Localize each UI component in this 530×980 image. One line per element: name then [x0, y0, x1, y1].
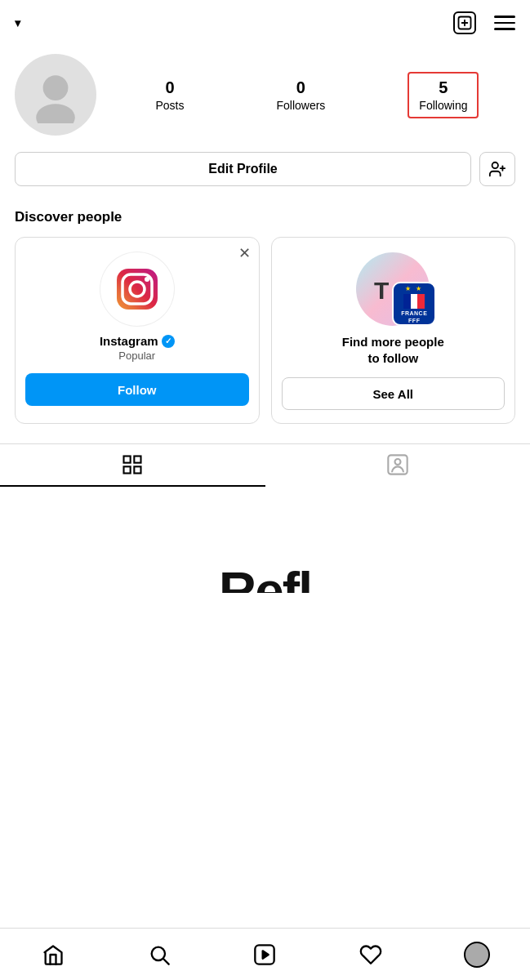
svg-point-11	[145, 277, 149, 282]
nav-search[interactable]	[139, 937, 180, 973]
svg-marker-25	[263, 951, 269, 958]
nav-profile[interactable]	[457, 937, 497, 973]
partial-reels-text: Refl	[219, 565, 311, 617]
avatar[interactable]	[15, 54, 96, 136]
verified-badge: ✓	[162, 335, 175, 348]
menu-button[interactable]	[494, 16, 515, 30]
france-badge-label: FRANCE	[401, 310, 427, 316]
add-person-button[interactable]	[479, 152, 515, 186]
svg-rect-16	[124, 457, 131, 463]
nav-avatar	[464, 942, 490, 968]
france-stars: ★ ★	[405, 285, 423, 292]
person-tag-icon	[386, 453, 409, 476]
search-icon	[148, 943, 171, 966]
svg-rect-17	[135, 457, 141, 463]
hamburger-line	[494, 16, 515, 18]
france-badge: ★ ★ FRANCE FFF	[392, 282, 436, 326]
svg-line-23	[163, 959, 168, 964]
top-bar: ▾	[0, 0, 530, 46]
stats-container: 0 Posts 0 Followers 5 Following	[109, 72, 515, 118]
stat-following[interactable]: 5 Following	[408, 72, 479, 118]
hamburger-line	[494, 22, 515, 24]
card-instagram-subtitle: Popular	[118, 350, 155, 362]
nav-home[interactable]	[33, 937, 73, 973]
svg-rect-14	[411, 294, 417, 309]
grid-icon	[121, 453, 144, 476]
svg-point-21	[394, 459, 400, 465]
content-area: Refl	[0, 487, 530, 617]
svg-rect-19	[135, 466, 141, 473]
tab-grid[interactable]	[0, 444, 265, 487]
find-more-text: Find more people to follow	[342, 334, 444, 366]
hamburger-line	[494, 28, 515, 30]
chevron-down-icon: ▾	[15, 16, 20, 29]
svg-text:T: T	[374, 277, 389, 304]
svg-point-5	[492, 163, 498, 168]
edit-profile-section: Edit Profile	[0, 152, 530, 201]
discover-cards: ✕	[15, 237, 515, 424]
profile-section: 0 Posts 0 Followers 5 Following	[0, 46, 530, 152]
instagram-logo	[100, 252, 174, 326]
see-all-button[interactable]: See All	[282, 377, 506, 410]
discover-section: Discover people ✕	[0, 201, 530, 435]
discover-card-instagram: ✕	[15, 237, 260, 424]
nav-heart[interactable]	[350, 937, 391, 973]
stat-posts[interactable]: 0 Posts	[145, 74, 194, 117]
username-area[interactable]: ▾	[15, 16, 453, 29]
tabs-section	[0, 443, 530, 487]
svg-point-4	[36, 104, 75, 123]
bottom-nav	[0, 928, 530, 980]
heart-icon	[359, 943, 382, 966]
new-post-button[interactable]	[453, 11, 476, 34]
card-instagram-name-row: Instagram ✓	[100, 334, 175, 348]
discover-title: Discover people	[15, 209, 515, 225]
svg-rect-18	[124, 466, 131, 473]
france-badge-fff: FFF	[408, 318, 420, 323]
home-icon	[42, 943, 65, 966]
edit-profile-button[interactable]: Edit Profile	[15, 152, 471, 186]
play-square-icon	[253, 943, 276, 966]
find-more-images: T ★ ★ FRANCE FFF	[356, 252, 430, 326]
top-bar-actions	[453, 11, 515, 34]
nav-reels[interactable]	[244, 937, 285, 973]
discover-card-find-more: T ★ ★ FRANCE FFF Find more people to fol…	[271, 237, 516, 424]
card-instagram-name: Instagram	[100, 334, 158, 348]
svg-rect-15	[417, 294, 425, 309]
svg-rect-13	[403, 294, 411, 309]
close-card-button[interactable]: ✕	[238, 246, 251, 261]
tab-tagged[interactable]	[265, 444, 531, 487]
follow-instagram-button[interactable]: Follow	[25, 373, 249, 406]
svg-point-3	[43, 75, 69, 100]
stat-followers[interactable]: 0 Followers	[266, 74, 335, 117]
